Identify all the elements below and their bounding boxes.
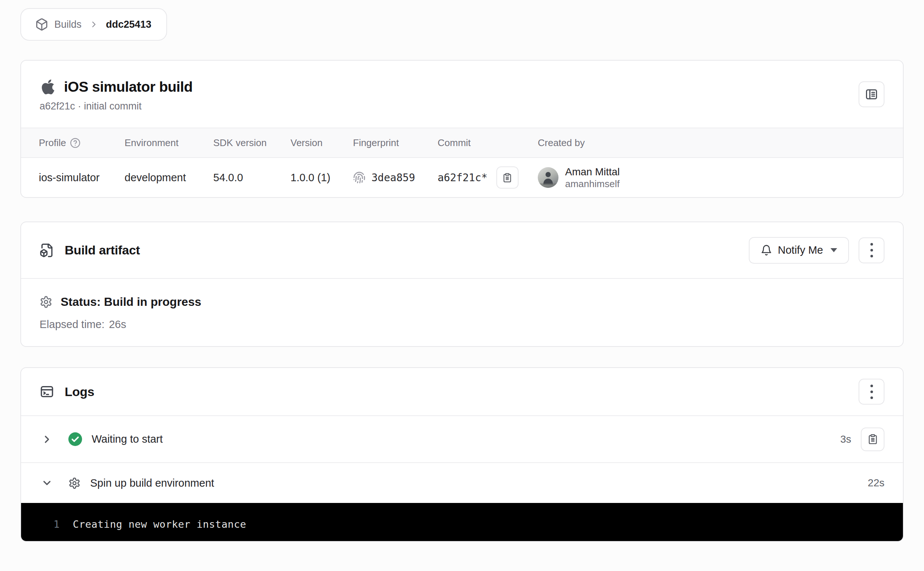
cell-commit: a62f21c* [437, 167, 538, 188]
build-status-title: Status: Build in progress [61, 295, 201, 309]
avatar [538, 167, 559, 188]
elapsed-time: Elapsed time:26s [40, 318, 884, 330]
build-summary-card: iOS simulator build a62f21c · initial co… [20, 60, 904, 198]
copy-log-button[interactable] [861, 427, 884, 451]
col-created-by: Created by [538, 137, 585, 149]
artifact-menu-button[interactable] [859, 238, 884, 263]
notify-me-button[interactable]: Notify Me [749, 237, 849, 264]
kebab-menu-icon [870, 243, 873, 245]
breadcrumb: Builds ddc25413 [20, 8, 167, 41]
log-step-label: Spin up build environment [90, 477, 214, 489]
build-artifact-header: Build artifact Notify Me [21, 222, 903, 279]
kebab-menu-icon [870, 384, 873, 387]
breadcrumb-current: ddc25413 [106, 19, 151, 30]
breadcrumb-builds-link[interactable]: Builds [35, 18, 82, 31]
created-by-username: amanhimself [565, 178, 620, 189]
chevron-down-icon [830, 248, 837, 252]
build-summary-header: iOS simulator build a62f21c · initial co… [21, 61, 903, 128]
col-profile: Profile [39, 137, 66, 149]
build-status-block: Status: Build in progress Elapsed time:2… [21, 279, 903, 346]
cell-created-by: Aman Mittal amanhimself [538, 166, 885, 189]
terminal-line-number: 1 [50, 519, 60, 530]
commit-hash: a62f21c* [437, 171, 488, 184]
cell-fingerprint: 3dea859 [353, 171, 437, 184]
elapsed-time-value: 26s [109, 318, 126, 330]
log-terminal-output: 1 Creating new worker instance [21, 503, 903, 541]
check-circle-icon [68, 432, 82, 446]
terminal-line-text: Creating new worker instance [73, 519, 246, 530]
gear-icon [40, 295, 52, 309]
help-circle-icon[interactable] [70, 137, 80, 148]
chevron-right-icon [41, 434, 53, 445]
clipboard-icon [867, 434, 878, 444]
chevron-down-icon [41, 477, 53, 489]
col-commit: Commit [437, 137, 471, 149]
build-table-row: ios-simulator development 54.0.0 1.0.0 (… [21, 157, 903, 197]
cell-sdk-version: 54.0.0 [213, 171, 291, 184]
copy-commit-button[interactable] [496, 167, 519, 188]
terminal-window-icon [40, 384, 54, 399]
log-step-spin-up-build-environment[interactable]: Spin up build environment 22s [21, 462, 903, 503]
build-details-page: Builds ddc25413 iOS simulator build a62f… [0, 0, 924, 571]
build-subtitle: a62f21c · initial commit [40, 100, 884, 112]
log-step-duration: 22s [868, 477, 884, 489]
created-by-name: Aman Mittal [565, 166, 620, 178]
logs-title: Logs [65, 384, 94, 399]
col-version: Version [291, 137, 323, 149]
logs-header: Logs [21, 368, 903, 416]
log-step-waiting-to-start[interactable]: Waiting to start 3s [21, 416, 903, 462]
col-fingerprint: Fingerprint [353, 137, 399, 149]
col-sdk-version: SDK version [213, 137, 267, 149]
col-environment: Environment [125, 137, 179, 149]
build-artifact-title: Build artifact [65, 243, 140, 258]
logs-card: Logs Waiting to start 3s [20, 367, 904, 542]
fingerprint-icon [353, 171, 365, 184]
clipboard-icon [502, 173, 512, 183]
build-table-header: Profile Environment SDK version Version … [21, 128, 903, 157]
panel-layout-icon [865, 88, 878, 101]
breadcrumb-root-label: Builds [54, 19, 82, 30]
bell-icon [761, 244, 772, 256]
log-step-duration: 3s [840, 434, 851, 445]
logs-menu-button[interactable] [859, 379, 884, 404]
elapsed-time-label: Elapsed time: [40, 318, 105, 330]
toggle-details-panel-button[interactable] [859, 81, 884, 107]
box-icon [35, 18, 48, 31]
cell-profile: ios-simulator [39, 171, 125, 184]
log-step-label: Waiting to start [92, 433, 163, 445]
notify-me-label: Notify Me [778, 244, 823, 256]
apple-icon [41, 79, 55, 96]
cell-environment: development [125, 171, 213, 184]
build-artifact-card: Build artifact Notify Me [20, 222, 904, 347]
cell-version: 1.0.0 (1) [291, 171, 353, 184]
file-box-icon [40, 243, 54, 258]
chevron-right-icon [89, 20, 99, 29]
fingerprint-value: 3dea859 [371, 171, 415, 184]
page-title: iOS simulator build [64, 79, 192, 95]
gear-icon [68, 477, 80, 489]
